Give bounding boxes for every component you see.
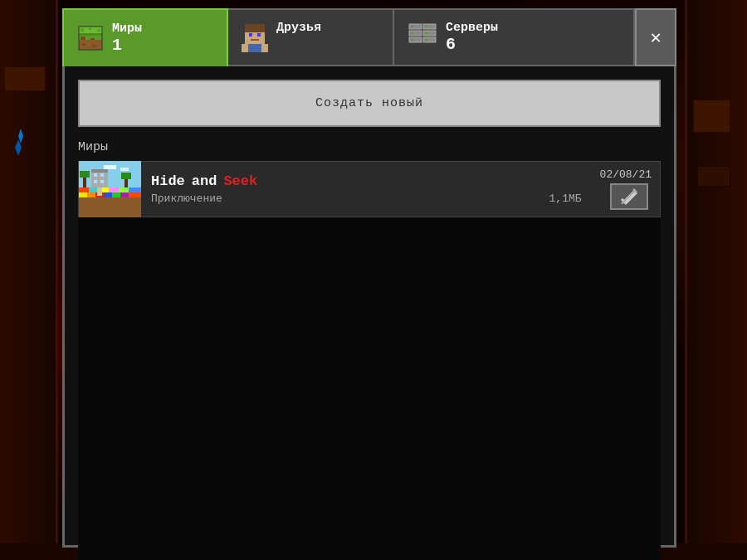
servers-tab-count: 6 (446, 35, 498, 54)
svg-rect-42 (120, 192, 129, 197)
svg-rect-41 (112, 192, 120, 197)
servers-tab-label: Серверы (446, 21, 498, 35)
svg-rect-40 (104, 192, 112, 197)
svg-rect-17 (257, 33, 261, 37)
svg-rect-18 (251, 39, 259, 41)
friends-tab-count (276, 35, 321, 54)
svg-rect-16 (249, 33, 252, 37)
svg-rect-32 (425, 32, 427, 34)
svg-rect-61 (104, 165, 116, 169)
tab-servers[interactable]: Серверы 6 (394, 8, 635, 66)
world-name-and: and (192, 173, 217, 189)
svg-rect-21 (261, 44, 268, 52)
svg-rect-43 (129, 192, 141, 197)
world-right-panel: 02/08/21 (592, 162, 660, 217)
svg-rect-8 (81, 37, 85, 40)
world-info: Hide and Seek Приключение 1,1МБ (141, 167, 592, 212)
svg-rect-52 (94, 173, 97, 177)
svg-rect-7 (97, 29, 100, 32)
worlds-section-label: Миры (78, 140, 661, 154)
edit-icon (619, 187, 639, 207)
edit-world-button[interactable] (610, 183, 648, 210)
svg-rect-19 (248, 44, 261, 52)
tab-friends[interactable]: Друзья (228, 8, 394, 66)
svg-rect-55 (100, 180, 104, 183)
svg-rect-44 (79, 187, 89, 192)
world-thumbnail (79, 161, 141, 217)
svg-rect-31 (425, 26, 427, 27)
svg-rect-62 (120, 168, 129, 171)
svg-rect-20 (242, 44, 248, 52)
svg-rect-57 (83, 176, 86, 187)
main-panel: Создать новый Миры (62, 66, 676, 548)
close-button[interactable]: ✕ (635, 8, 676, 66)
svg-rect-4 (79, 33, 102, 36)
svg-rect-30 (411, 39, 413, 41)
svg-rect-33 (425, 39, 427, 41)
svg-rect-15 (245, 24, 265, 32)
world-thumbnail-svg (79, 161, 141, 217)
worlds-tab-content: Миры 1 (112, 22, 142, 55)
svg-rect-51 (91, 169, 108, 173)
svg-rect-56 (97, 187, 102, 196)
world-item[interactable]: Hide and Seek Приключение 1,1МБ 02/08/21 (78, 161, 661, 217)
worlds-tab-label: Миры (112, 22, 142, 36)
worlds-cube-icon (77, 25, 104, 51)
svg-rect-47 (109, 187, 119, 192)
servers-icon (408, 22, 437, 52)
tab-worlds[interactable]: Миры 1 (62, 8, 228, 66)
world-meta: Приключение 1,1МБ (151, 192, 582, 205)
worlds-section: Миры (78, 140, 661, 217)
svg-rect-36 (79, 197, 141, 217)
svg-rect-37 (79, 192, 87, 197)
world-name: Hide and Seek (151, 173, 582, 189)
world-date: 02/08/21 (600, 168, 652, 181)
worlds-tab-count: 1 (112, 36, 142, 55)
svg-rect-28 (411, 26, 413, 27)
svg-rect-54 (94, 180, 97, 183)
svg-rect-49 (129, 187, 141, 192)
close-icon: ✕ (650, 27, 661, 49)
friends-icon (242, 22, 268, 52)
svg-rect-6 (89, 27, 91, 30)
svg-rect-5 (81, 28, 84, 32)
world-type: Приключение (151, 192, 222, 205)
empty-worlds-area (78, 217, 661, 560)
dialog: Миры 1 Друзья (62, 8, 676, 548)
friends-tab-content: Друзья (276, 21, 321, 54)
servers-tab-content: Серверы 6 (446, 21, 498, 54)
svg-rect-48 (119, 187, 129, 192)
world-name-hide: Hide (151, 173, 185, 189)
svg-rect-12 (92, 45, 96, 47)
tab-bar: Миры 1 Друзья (62, 8, 676, 66)
world-name-seek: Seek (223, 173, 257, 189)
friends-tab-label: Друзья (276, 21, 321, 35)
svg-rect-53 (100, 173, 104, 177)
create-new-button[interactable]: Создать новый (78, 80, 661, 127)
svg-rect-58 (80, 171, 90, 178)
svg-rect-11 (82, 43, 85, 46)
svg-rect-38 (87, 192, 95, 197)
svg-rect-60 (121, 173, 131, 179)
world-size: 1,1МБ (549, 192, 582, 205)
svg-rect-29 (411, 32, 413, 34)
